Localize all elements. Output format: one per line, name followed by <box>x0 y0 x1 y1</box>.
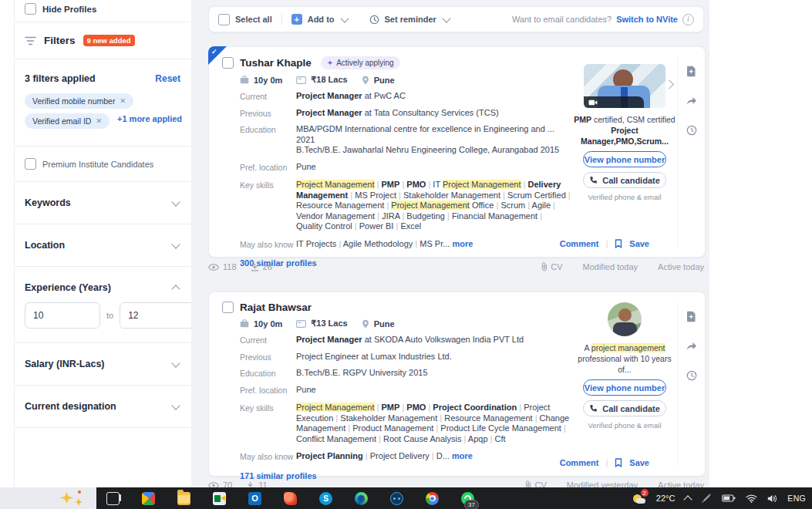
salary-icon <box>296 76 306 84</box>
cv-label[interactable]: CV <box>551 262 562 271</box>
profile-rows: CurrentProject Manager at SKODA Auto Vol… <box>240 335 573 395</box>
may-also-know-label: May also know <box>240 239 296 250</box>
sparkle-icon: ✦ <box>327 59 333 67</box>
premium-institute-row[interactable]: Premium Institute Candidates <box>15 147 192 181</box>
select-all[interactable]: Select all <box>218 14 272 25</box>
profile-rows: CurrentProject Manager at PwC ACPrevious… <box>240 91 573 172</box>
section-keywords[interactable]: Keywords <box>15 182 192 224</box>
whatsapp-icon[interactable]: 37 <box>461 492 474 505</box>
temperature-label[interactable]: 22°C <box>656 494 676 503</box>
save-link[interactable]: Save <box>629 458 649 467</box>
cv-paperclip-icon <box>541 262 548 271</box>
info-icon[interactable]: i <box>682 14 694 25</box>
candidate-checkbox[interactable] <box>222 302 234 313</box>
experience-from-input[interactable] <box>25 302 100 329</box>
section-experience[interactable]: Experience (Years) <box>15 267 192 301</box>
outlook-icon[interactable] <box>248 492 261 505</box>
profile-row: EducationB.Tech/B.E. RGPV University 201… <box>240 368 573 379</box>
modified-label: Modified today <box>583 262 638 271</box>
filter-icon <box>25 36 36 46</box>
chevron-down-icon <box>171 240 180 248</box>
call-candidate-button[interactable]: Call candidate <box>583 400 666 416</box>
app-icon-colored-square[interactable] <box>142 492 155 505</box>
profile-row: CurrentProject Manager at SKODA Auto Vol… <box>240 335 573 346</box>
hide-profiles-row[interactable]: Hide Profiles <box>15 0 192 22</box>
profile-row: CurrentProject Manager at PwC AC <box>240 91 573 102</box>
salary-icon <box>296 320 306 328</box>
more-link[interactable]: more <box>452 239 473 248</box>
chevron-right-icon[interactable] <box>664 79 674 89</box>
profile-row-value: B.Tech/B.E. RGPV University 2015 <box>296 368 571 379</box>
speaker-icon[interactable] <box>767 494 777 503</box>
share-icon[interactable] <box>686 342 697 351</box>
view-phone-number-button[interactable]: View phone number <box>583 379 666 396</box>
may-also-know-value: IT Projects | Agile Methodology | MS Pr.… <box>296 239 571 250</box>
more-link[interactable]: more <box>452 451 473 460</box>
close-icon[interactable]: ✕ <box>120 97 126 105</box>
taskbar-search-area[interactable] <box>0 487 96 509</box>
call-candidate-button[interactable]: Call candidate <box>583 172 666 188</box>
close-icon[interactable]: ✕ <box>96 117 102 125</box>
search-highlights-icon <box>60 492 73 504</box>
chrome-icon[interactable] <box>426 492 439 505</box>
candidate-headline-line2: professional with 10 years of... <box>571 353 678 375</box>
save-link[interactable]: Save <box>629 239 649 248</box>
filter-chip-verified-mobile[interactable]: Verified mobile number ✕ <box>25 93 133 109</box>
tray-chevron-up-icon[interactable] <box>684 495 692 504</box>
card-action-rail <box>677 302 705 467</box>
attach-note-icon[interactable] <box>686 66 696 77</box>
bookmark-icon <box>615 239 622 248</box>
switch-to-nvite-link[interactable]: Switch to NVite <box>616 15 678 24</box>
battery-icon[interactable] <box>722 494 736 502</box>
section-location[interactable]: Location <box>15 224 192 266</box>
language-indicator[interactable]: ENG <box>787 494 806 503</box>
edge-icon[interactable] <box>355 492 368 505</box>
add-to-icon: + <box>291 14 302 25</box>
add-to-button[interactable]: + Add to <box>291 14 348 25</box>
view-phone-number-button[interactable]: View phone number <box>583 151 666 167</box>
google-meet-icon[interactable] <box>213 492 226 505</box>
bot-app-icon[interactable] <box>390 492 403 505</box>
key-skills-label: Key skills <box>240 403 296 444</box>
reset-filters-link[interactable]: Reset <box>155 73 180 84</box>
skype-icon[interactable] <box>319 492 332 505</box>
section-current-designation[interactable]: Current designation <box>15 386 192 427</box>
profile-row-value: Pune <box>296 162 571 173</box>
section-salary[interactable]: Salary (INR-Lacs) <box>15 343 192 385</box>
experience-to-input[interactable] <box>120 302 195 329</box>
card-stats-row: 118 26 CV Modified today Active today <box>208 261 704 273</box>
premium-institute-checkbox[interactable] <box>25 158 36 170</box>
comment-link[interactable]: Comment <box>560 239 599 248</box>
office-icon[interactable] <box>284 492 297 505</box>
history-clock-icon[interactable] <box>686 370 697 381</box>
candidate-avatar[interactable] <box>608 302 642 336</box>
attach-note-icon[interactable] <box>686 311 696 322</box>
filters-new-badge: 9 new added <box>83 35 135 46</box>
more-applied-link[interactable]: +1 more applied <box>117 114 182 123</box>
profile-row-value: MBA/PGDM International centre for excell… <box>296 124 571 156</box>
may-also-know-label: May also know <box>240 451 296 462</box>
hide-profiles-checkbox[interactable] <box>25 3 36 15</box>
pen-disabled-icon[interactable] <box>701 493 712 504</box>
comment-link[interactable]: Comment <box>560 458 599 467</box>
candidate-name[interactable]: Tushar Khaple <box>240 57 312 69</box>
key-skills-value: Project Management | PMP | PMO | Project… <box>296 403 571 444</box>
share-icon[interactable] <box>686 96 697 106</box>
filter-chip-verified-email[interactable]: Verified email ID ✕ <box>25 113 110 129</box>
select-all-checkbox[interactable] <box>218 14 230 25</box>
history-clock-icon[interactable] <box>686 125 697 136</box>
weather-icon[interactable]: 2 <box>632 492 646 504</box>
wifi-icon[interactable] <box>746 494 757 503</box>
task-view-icon[interactable] <box>106 492 120 505</box>
whatsapp-badge: 37 <box>464 500 479 509</box>
downloads-icon <box>251 263 259 271</box>
set-reminder-button[interactable]: Set reminder <box>369 15 450 25</box>
bookmark-icon <box>615 458 622 467</box>
phone-icon <box>589 176 598 184</box>
profile-row-value: Project Manager at PwC AC <box>296 91 571 102</box>
hide-profiles-label: Hide Profiles <box>42 5 96 14</box>
file-explorer-icon[interactable] <box>177 492 190 505</box>
weather-badge: 2 <box>641 489 649 497</box>
candidate-name[interactable]: Rajat Bhawsar <box>240 302 312 313</box>
candidate-video-thumbnail[interactable] <box>584 64 665 108</box>
